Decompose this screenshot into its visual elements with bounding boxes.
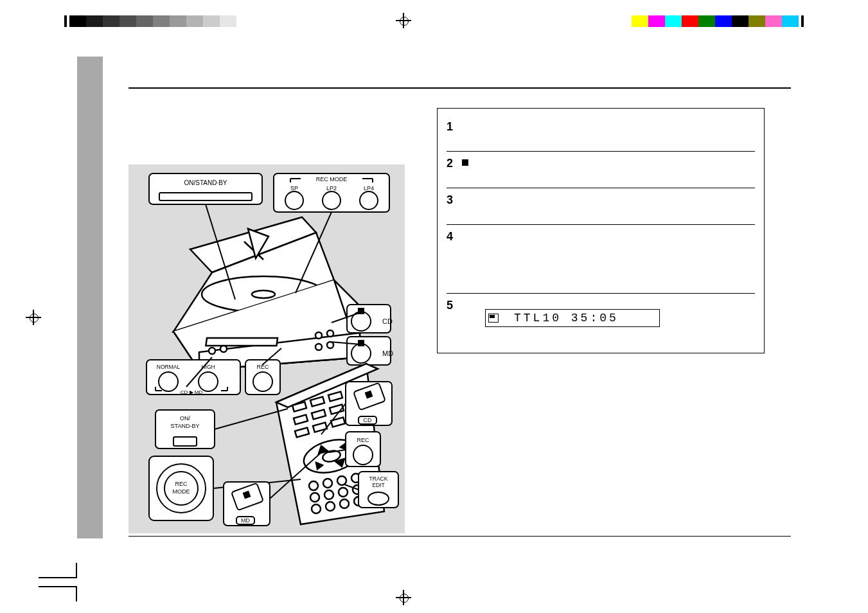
step-4-number: 4 xyxy=(447,230,453,244)
registration-mark-bottom xyxy=(398,592,409,603)
label-remote-onstandby-2: STAND-BY xyxy=(171,423,200,429)
svg-point-28 xyxy=(199,372,218,391)
svg-point-18 xyxy=(315,344,322,350)
svg-rect-76 xyxy=(244,492,250,498)
svg-point-85 xyxy=(353,445,373,465)
color-ramp xyxy=(632,15,799,27)
label-rec-box: REC xyxy=(357,437,369,443)
step-3: 3 xyxy=(447,188,755,225)
svg-point-8 xyxy=(323,191,341,209)
svg-point-64 xyxy=(326,502,335,511)
svg-point-14 xyxy=(209,348,215,354)
label-remote-onstandby-1: ON/ xyxy=(180,415,191,422)
crop-mark-bottom-left xyxy=(39,563,77,578)
label-rec: REC xyxy=(256,364,269,370)
svg-point-57 xyxy=(337,476,346,485)
label-sp: SP xyxy=(290,185,298,191)
label-cd-btn: CD xyxy=(382,317,393,325)
lcd-display: TTL10 35:05 xyxy=(485,309,660,327)
manual-page: ON/STAND·BY REC MODE SP LP2 LP4 CD MD NO… xyxy=(0,0,868,613)
registration-mark-left xyxy=(28,312,39,323)
rule-bottom xyxy=(128,536,791,537)
label-trackedit-2: EDIT xyxy=(372,482,384,488)
label-lp2: LP2 xyxy=(326,185,337,191)
step-1-number: 1 xyxy=(447,120,453,134)
svg-point-7 xyxy=(285,191,303,209)
svg-point-16 xyxy=(315,332,322,339)
label-normal: NORMAL xyxy=(157,364,181,370)
svg-rect-68 xyxy=(173,437,197,446)
svg-line-69 xyxy=(215,409,288,429)
svg-point-61 xyxy=(339,488,348,497)
step-2: 2 xyxy=(447,152,755,188)
label-cd-box: CD xyxy=(364,417,372,423)
page-content: ON/STAND·BY REC MODE SP LP2 LP4 CD MD NO… xyxy=(77,57,791,556)
device-illustration: ON/STAND·BY REC MODE SP LP2 LP4 CD MD NO… xyxy=(128,164,405,533)
svg-rect-13 xyxy=(206,338,278,346)
svg-point-19 xyxy=(327,342,333,348)
label-cd-to-md: CD ▶ MD xyxy=(181,389,203,395)
label-lp4: LP4 xyxy=(364,185,374,191)
print-crop-top-right xyxy=(632,15,804,27)
grayscale-ramp xyxy=(69,15,236,27)
svg-rect-81 xyxy=(366,391,372,398)
svg-point-12 xyxy=(252,290,275,298)
label-md-btn: MD xyxy=(382,350,393,357)
svg-point-34 xyxy=(253,372,272,391)
svg-point-24 xyxy=(351,344,371,363)
label-md-box: MD xyxy=(241,517,250,524)
label-recmode-2: MODE xyxy=(173,488,190,495)
stop-icon xyxy=(462,159,468,166)
svg-point-17 xyxy=(327,330,333,337)
label-trackedit-1: TRACK xyxy=(369,475,388,482)
svg-point-59 xyxy=(310,493,319,502)
print-crop-top-left xyxy=(64,15,236,27)
label-recmode-1: REC xyxy=(175,481,188,487)
label-high: HIGH xyxy=(201,364,215,370)
step-1: 1 xyxy=(447,115,755,152)
svg-point-63 xyxy=(312,504,321,513)
label-rec-mode-header: REC MODE xyxy=(316,176,348,182)
step-5: 5 TTL10 35:05 xyxy=(447,294,755,333)
step-2-number: 2 xyxy=(447,157,453,170)
registration-mark-top xyxy=(398,15,409,26)
svg-point-9 xyxy=(360,191,378,209)
svg-rect-25 xyxy=(359,341,364,346)
step-5-number: 5 xyxy=(447,299,453,312)
svg-rect-1 xyxy=(159,193,252,200)
step-4: 4 xyxy=(447,225,755,294)
lcd-text: TTL10 35:05 xyxy=(514,312,619,324)
section-tab xyxy=(77,57,103,538)
steps-box: 1 2 3 4 5 xyxy=(437,108,765,353)
rule-top xyxy=(128,87,791,89)
svg-point-27 xyxy=(159,372,178,391)
disc-icon xyxy=(488,314,502,323)
step-2-text xyxy=(462,158,755,167)
svg-point-88 xyxy=(368,492,389,505)
svg-point-60 xyxy=(324,490,333,499)
device-svg: ON/STAND·BY REC MODE SP LP2 LP4 CD MD NO… xyxy=(128,164,405,533)
svg-point-55 xyxy=(309,481,318,490)
label-on-standby: ON/STAND·BY xyxy=(184,179,227,186)
step-3-number: 3 xyxy=(447,193,453,207)
svg-point-15 xyxy=(220,346,227,352)
svg-point-65 xyxy=(340,499,349,508)
svg-point-56 xyxy=(323,479,332,488)
crop-mark-bottom-left-2 xyxy=(39,586,77,601)
